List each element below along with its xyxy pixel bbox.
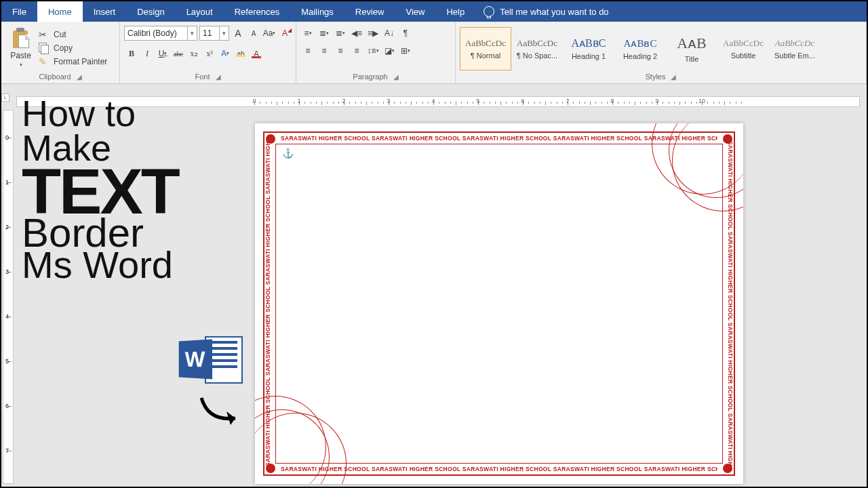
- paste-label: Paste: [10, 51, 31, 60]
- tab-insert[interactable]: Insert: [83, 1, 127, 22]
- group-styles: AaBbCcDc¶ Normal AaBbCcDc¶ No Spac... Aᴀ…: [456, 22, 867, 83]
- paste-button[interactable]: Paste ▾: [5, 24, 36, 71]
- style-normal[interactable]: AaBbCcDc¶ Normal: [460, 27, 511, 70]
- font-launcher[interactable]: ◢: [216, 73, 221, 81]
- tab-home[interactable]: Home: [37, 1, 83, 22]
- increase-indent-button[interactable]: ≡▶: [366, 26, 380, 41]
- tab-layout[interactable]: Layout: [176, 1, 224, 22]
- align-right-button[interactable]: ≡: [333, 43, 348, 58]
- decrease-indent-button[interactable]: ◀≡: [349, 26, 364, 41]
- tab-view[interactable]: View: [395, 1, 435, 22]
- style-subtitle[interactable]: AaBbCcDcSubtitle: [717, 27, 769, 70]
- underline-button[interactable]: U▾: [155, 46, 170, 61]
- superscript-button[interactable]: x²: [202, 46, 217, 61]
- paragraph-group-label: Paragraph: [353, 73, 387, 81]
- sort-button[interactable]: A↓: [382, 26, 397, 41]
- clipboard-group-label: Clipboard: [39, 73, 71, 81]
- bold-button[interactable]: B: [124, 46, 139, 61]
- bullets-button[interactable]: ≡▾: [300, 26, 315, 41]
- styles-launcher[interactable]: ◢: [671, 73, 676, 81]
- tutorial-title-overlay: How to Make TEXT Border Ms Word: [22, 96, 178, 283]
- clear-formatting-button[interactable]: A◢: [278, 26, 292, 41]
- overlay-line: How to: [22, 96, 178, 131]
- subscript-button[interactable]: x₂: [186, 46, 201, 61]
- tell-me-search[interactable]: Tell me what you want to do: [484, 6, 608, 17]
- borders-button[interactable]: ⊞▾: [398, 43, 413, 58]
- copy-icon: [39, 43, 50, 54]
- word-logo-icon: W: [178, 333, 243, 388]
- line-spacing-button[interactable]: ↕≡▾: [366, 43, 380, 58]
- tab-mailings[interactable]: Mailings: [290, 1, 344, 22]
- group-font: Calibri (Body)▾ 11▾ A A Aa▾ A◢ B I U▾ ab…: [120, 22, 296, 83]
- paste-icon: [12, 28, 31, 49]
- justify-button[interactable]: ≡: [349, 43, 364, 58]
- italic-button[interactable]: I: [140, 46, 155, 61]
- strikethrough-button[interactable]: abc: [171, 46, 186, 61]
- numbering-button[interactable]: ≣▾: [317, 26, 332, 41]
- font-name-dropdown[interactable]: Calibri (Body)▾: [124, 26, 197, 41]
- document-page[interactable]: SARASWATI HIGHER SCHOOL SARASWATI HIGHER…: [255, 123, 743, 484]
- grow-font-button[interactable]: A: [231, 26, 245, 41]
- shrink-font-button[interactable]: A: [247, 26, 260, 41]
- corner-swoosh-tr: [635, 123, 743, 232]
- group-paragraph: ≡▾ ≣▾ ≣▾ ◀≡ ≡▶ A↓ ¶ ≡ ≡ ≡ ≡ ↕≡▾ ◪▾ ⊞▾: [296, 22, 456, 83]
- group-clipboard: Paste ▾ Cut Copy Format Painter Clipboar…: [1, 22, 120, 83]
- scissors-icon: [39, 29, 50, 40]
- ribbon: Paste ▾ Cut Copy Format Painter Clipboar…: [1, 22, 867, 84]
- show-marks-button[interactable]: ¶: [398, 26, 413, 41]
- cut-button[interactable]: Cut: [36, 28, 110, 41]
- tab-design[interactable]: Design: [126, 1, 175, 22]
- menubar: File Home Insert Design Layout Reference…: [1, 1, 867, 22]
- brush-icon: [39, 56, 50, 67]
- font-group-label: Font: [195, 73, 210, 81]
- tab-selector[interactable]: L: [1, 94, 9, 102]
- tab-review[interactable]: Review: [344, 1, 395, 22]
- arrow-icon: [198, 394, 245, 428]
- format-painter-button[interactable]: Format Painter: [36, 56, 110, 68]
- style-heading1[interactable]: AᴀBʙCHeading 1: [563, 27, 614, 70]
- copy-button[interactable]: Copy: [36, 42, 110, 54]
- font-size-dropdown[interactable]: 11▾: [199, 26, 229, 41]
- tab-help[interactable]: Help: [435, 1, 475, 22]
- change-case-button[interactable]: Aa▾: [262, 26, 276, 41]
- text-effects-button[interactable]: A▾: [218, 46, 233, 61]
- tell-me-label: Tell me what you want to do: [500, 7, 608, 17]
- tab-references[interactable]: References: [224, 1, 290, 22]
- multilevel-button[interactable]: ≣▾: [333, 26, 348, 41]
- corner-swoosh-bl: [255, 375, 363, 484]
- styles-group-label: Styles: [646, 73, 666, 81]
- lightbulb-icon: [484, 6, 494, 17]
- style-heading2[interactable]: AᴀBʙCHeading 2: [614, 27, 666, 70]
- vertical-ruler[interactable]: 012345678: [3, 110, 14, 484]
- overlay-line: Ms Word: [22, 247, 178, 283]
- align-left-button[interactable]: ≡: [300, 43, 315, 58]
- align-center-button[interactable]: ≡: [317, 43, 332, 58]
- highlight-button[interactable]: ab: [233, 46, 248, 61]
- style-nospacing[interactable]: AaBbCcDc¶ No Spac...: [511, 27, 563, 70]
- style-title[interactable]: AᴀBTitle: [666, 27, 717, 70]
- tab-file[interactable]: File: [1, 1, 37, 22]
- anchor-icon: ⚓: [282, 148, 294, 159]
- style-emphasis[interactable]: AaBbCcDcSubtle Em...: [769, 27, 821, 70]
- shading-button[interactable]: ◪▾: [382, 43, 397, 58]
- clipboard-launcher[interactable]: ◢: [77, 73, 82, 81]
- font-color-button[interactable]: A: [249, 46, 264, 61]
- paragraph-launcher[interactable]: ◢: [393, 73, 399, 81]
